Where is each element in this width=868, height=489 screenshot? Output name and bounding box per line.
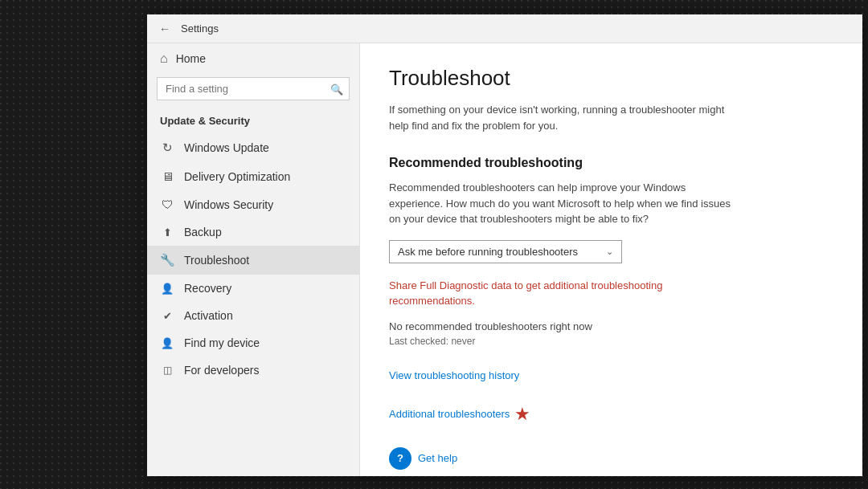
content-area: ⌂ Home 🔍 Update & Security ↻ Windows Upd… <box>147 43 862 476</box>
settings-window: ← Settings ⌂ Home 🔍 Update & Security ↻ … <box>147 14 862 476</box>
windows-update-icon: ↻ <box>160 141 174 155</box>
search-input[interactable] <box>157 77 350 100</box>
recommended-section-title: Recommended troubleshooting <box>389 156 833 170</box>
sidebar-item-home[interactable]: ⌂ Home <box>147 43 359 74</box>
get-help-row[interactable]: ? Get help <box>389 447 833 470</box>
get-help-icon: ? <box>389 447 411 470</box>
dropdown-selected-value: Ask me before running troubleshooters <box>398 246 606 258</box>
delivery-optimization-icon: 🖥 <box>160 169 174 183</box>
search-box: 🔍 <box>157 77 350 100</box>
view-history-link[interactable]: View troubleshooting history <box>389 369 833 381</box>
last-checked-text: Last checked: never <box>389 336 833 347</box>
troubleshoot-dropdown[interactable]: Ask me before running troubleshooters ⌄ <box>389 240 622 263</box>
sidebar-home-label: Home <box>176 52 206 65</box>
sidebar-item-label: Windows Security <box>184 198 273 211</box>
find-device-icon: 👤 <box>160 337 174 349</box>
additional-troubleshooters-row: Additional troubleshooters ★ <box>389 404 833 425</box>
sidebar-item-delivery-optimization[interactable]: 🖥 Delivery Optimization <box>147 162 359 190</box>
window-title: Settings <box>181 22 219 35</box>
additional-troubleshooters-link[interactable]: Additional troubleshooters <box>389 408 510 420</box>
activation-icon: ✔ <box>160 310 174 322</box>
sidebar-item-label: Delivery Optimization <box>184 170 290 183</box>
recommended-section-desc: Recommended troubleshooters can help imp… <box>389 180 735 227</box>
section-label: Update & Security <box>147 110 359 133</box>
sidebar-item-label: Activation <box>184 309 233 322</box>
sidebar-item-label: Windows Update <box>184 141 269 154</box>
developers-icon: ◫ <box>160 365 174 376</box>
sidebar-item-label: Recovery <box>184 282 231 295</box>
chevron-down-icon: ⌄ <box>606 247 613 257</box>
back-button[interactable]: ← <box>155 19 174 39</box>
sidebar-item-label: Find my device <box>184 336 260 349</box>
wrench-icon: 🔧 <box>160 253 174 267</box>
sidebar: ⌂ Home 🔍 Update & Security ↻ Windows Upd… <box>147 43 360 476</box>
star-icon: ★ <box>514 404 530 425</box>
sidebar-item-windows-update[interactable]: ↻ Windows Update <box>147 133 359 162</box>
sidebar-item-troubleshoot[interactable]: 🔧 Troubleshoot <box>147 246 359 275</box>
search-icon: 🔍 <box>330 83 343 95</box>
page-title: Troubleshoot <box>389 66 833 91</box>
no-troubleshooters-text: No recommended troubleshooters right now <box>389 320 833 332</box>
backup-icon: ⬆ <box>160 226 174 238</box>
sidebar-item-find-my-device[interactable]: 👤 Find my device <box>147 329 359 357</box>
shield-icon: 🛡 <box>160 198 174 211</box>
sidebar-item-label: Troubleshoot <box>184 254 249 267</box>
sidebar-item-windows-security[interactable]: 🛡 Windows Security <box>147 190 359 218</box>
home-icon: ⌂ <box>160 51 168 66</box>
get-help-label: Get help <box>418 452 457 464</box>
recovery-icon: 👤 <box>160 283 174 295</box>
page-subtitle: If something on your device isn't workin… <box>389 102 727 133</box>
sidebar-item-backup[interactable]: ⬆ Backup <box>147 218 359 246</box>
sidebar-item-recovery[interactable]: 👤 Recovery <box>147 275 359 302</box>
diagnostic-link[interactable]: Share Full Diagnostic data to get additi… <box>389 278 735 309</box>
watermark: UGETFIX <box>801 460 845 470</box>
sidebar-item-activation[interactable]: ✔ Activation <box>147 302 359 329</box>
title-bar: ← Settings <box>147 14 862 43</box>
sidebar-item-label: Backup <box>184 226 222 238</box>
main-content: Troubleshoot If something on your device… <box>360 43 862 476</box>
sidebar-item-for-developers[interactable]: ◫ For developers <box>147 357 359 384</box>
sidebar-item-label: For developers <box>184 364 259 377</box>
